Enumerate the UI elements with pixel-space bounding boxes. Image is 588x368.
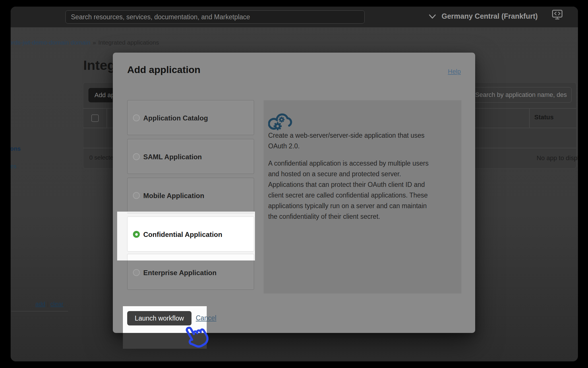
description-body: A confidential application is accessed b… <box>268 158 458 222</box>
radio-unselected-icon[interactable] <box>133 192 140 199</box>
tag-filters-links: add|clear <box>35 300 63 307</box>
small-gear <box>279 117 285 122</box>
option-label: Application Catalog <box>143 114 208 122</box>
option-mobile-application[interactable]: Mobile Application <box>127 178 254 213</box>
developer-tools-monitor-icon[interactable] <box>552 9 563 20</box>
radio-unselected-icon[interactable] <box>133 269 140 276</box>
breadcrumb-domain-link[interactable]: ords-jwt-demo-domain domain <box>11 39 90 46</box>
breadcrumb-current: Integrated applications <box>98 39 159 46</box>
table-column-divider <box>107 108 107 128</box>
spotlight-dialog-footer: Launch workflow Cancel <box>123 306 207 349</box>
tag-filter-separator: | <box>45 300 50 307</box>
large-gear <box>274 122 282 130</box>
breadcrumb-separator: » <box>90 39 98 46</box>
breadcrumb: ords-jwt-demo-domain domain»Integrated a… <box>11 39 159 46</box>
table-empty-message: No app to display <box>537 154 578 162</box>
console-window: Germany Central (Frankfurt) ords-jwt-dem… <box>11 7 578 361</box>
next-card-top-sliver <box>127 254 254 260</box>
option-saml-application[interactable]: SAML Application <box>127 139 254 174</box>
sidebar-divider <box>11 311 68 311</box>
spotlight-confidential-option: Confidential Application <box>117 212 255 260</box>
option-label: Enterprise Application <box>143 269 216 277</box>
option-description-panel: Create a web-server/server-side applicat… <box>264 100 461 294</box>
option-label: Confidential Application <box>143 231 222 239</box>
global-search-input[interactable] <box>65 10 365 24</box>
option-confidential-application[interactable]: Confidential Application <box>127 216 254 252</box>
description-intro: Create a web-server/server-side applicat… <box>268 130 458 152</box>
table-search-input[interactable] <box>471 87 572 103</box>
sidebar-item-active-fragment[interactable]: ions <box>11 145 21 152</box>
radio-unselected-icon[interactable] <box>133 153 140 160</box>
sidebar-item-fragment[interactable]: es <box>11 163 16 170</box>
launch-workflow-button[interactable]: Launch workflow <box>127 311 192 325</box>
help-link[interactable]: Help <box>448 68 461 75</box>
cancel-link[interactable]: Cancel <box>196 314 216 322</box>
status-column-header[interactable]: Status <box>534 114 554 121</box>
option-label: Mobile Application <box>143 192 204 200</box>
option-application-catalog[interactable]: Application Catalog <box>127 100 254 135</box>
chevron-down-icon[interactable] <box>429 14 436 19</box>
tag-filter-clear-link[interactable]: clear <box>51 300 64 307</box>
top-navigation-bar: Germany Central (Frankfurt) <box>11 7 578 27</box>
select-all-checkbox[interactable] <box>91 114 99 122</box>
screenshot-stage: Germany Central (Frankfurt) ords-jwt-dem… <box>0 0 588 368</box>
radio-selected-icon[interactable] <box>133 231 140 238</box>
add-application-dialog: Add application Help Application Catalog… <box>113 53 475 333</box>
cloud-gears-icon <box>268 108 294 133</box>
dialog-title: Add application <box>127 64 200 75</box>
footer-highlight-backdrop <box>123 333 207 349</box>
option-label: SAML Application <box>143 153 202 161</box>
region-selector[interactable]: Germany Central (Frankfurt) <box>442 12 538 20</box>
table-column-divider <box>529 108 530 128</box>
radio-unselected-icon[interactable] <box>133 114 140 121</box>
tag-filter-add-link[interactable]: add <box>35 300 45 307</box>
previous-card-border <box>127 213 254 213</box>
